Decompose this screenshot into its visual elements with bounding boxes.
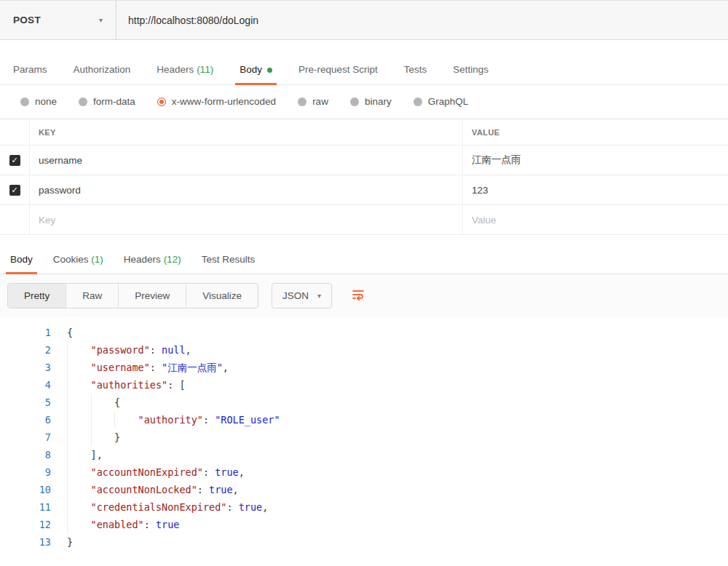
tab-authorization[interactable]: Authorization [60,55,144,84]
code-text: "accountNonLocked": true, [67,481,239,498]
line-number: 7 [0,429,51,446]
kv-header-value: VALUE [462,119,728,145]
row-checkbox[interactable]: ✓ [9,155,20,166]
res-tab-cookies[interactable]: Cookies (1) [43,245,114,274]
body-kv-table: KEY VALUE ✓ username 江南一点雨 ✓ password 12… [0,119,728,235]
indent-guide [91,394,115,411]
radio-icon [79,97,87,106]
tab-params[interactable]: Params [0,55,60,84]
res-tab-test-results[interactable]: Test Results [191,245,266,274]
indent-guide [91,411,115,429]
line-number: 12 [0,516,51,533]
body-type-radio-graphql[interactable]: GraphQL [414,96,469,107]
res-tab-body[interactable]: Body [0,245,43,274]
url-text: http://localhost:8080/doLogin [128,15,258,26]
line-number: 2 [0,341,51,359]
body-type-radio-form-data[interactable]: form-data [79,96,135,107]
indent-guide [67,341,91,359]
code-text: "authority": "ROLE_user" [67,411,280,429]
response-toolbar: Pretty Raw Preview Visualize JSON ▾ [0,274,728,317]
body-type-label: GraphQL [428,96,469,107]
kv-header-key: KEY [29,119,462,145]
table-row-password: ✓ password 123 [0,175,728,205]
radio-icon [414,97,422,106]
body-type-label: form-data [93,96,135,107]
row-checkbox[interactable]: ✓ [9,185,20,196]
res-tab-headers[interactable]: Headers (12) [114,245,191,274]
view-visualize-button[interactable]: Visualize [186,284,258,308]
code-line: 12"enabled": true [0,516,728,533]
table-row-username: ✓ username 江南一点雨 [0,146,728,175]
tab-pre-request-script[interactable]: Pre-request Script [285,55,391,84]
body-type-label: x-www-form-urlencoded [172,96,276,107]
body-type-radio-binary[interactable]: binary [350,96,392,107]
code-text: } [67,533,73,551]
code-line: 11"credentialsNonExpired": true, [0,498,728,516]
radio-icon [298,97,306,106]
format-select[interactable]: JSON ▾ [272,283,332,308]
url-input[interactable]: http://localhost:8080/doLogin [116,1,728,39]
body-type-radio-none[interactable]: none [20,96,57,107]
code-text: "authorities": [ [67,376,186,394]
tab-body[interactable]: Body [226,55,285,84]
code-line: 13} [0,533,728,551]
view-pretty-button[interactable]: Pretty [8,284,66,308]
value-placeholder-cell[interactable]: Value [462,205,728,234]
line-number: 9 [0,463,51,481]
body-type-radio-x-www-form-urlencoded[interactable]: x-www-form-urlencoded [157,96,276,107]
code-text: "password": null, [67,341,191,359]
line-number: 1 [0,324,51,341]
method-label: POST [13,15,41,25]
code-text: "accountNonExpired": true, [67,463,245,481]
indent-guide [67,429,91,446]
line-number: 4 [0,376,51,394]
line-number: 11 [0,498,51,516]
code-line: 1{ [0,324,728,341]
chevron-down-icon: ▾ [99,16,103,24]
body-type-radio-raw[interactable]: raw [298,96,328,107]
code-line: 8], [0,446,728,463]
key-cell[interactable]: username [29,146,462,175]
key-cell[interactable]: password [29,175,462,204]
tab-settings[interactable]: Settings [440,55,502,84]
code-line: 3"username": "江南一点雨", [0,359,728,376]
cookies-count-badge: (1) [91,254,103,265]
method-select[interactable]: POST ▾ [0,1,116,39]
code-text: ], [67,446,103,463]
code-text: "username": "江南一点雨", [67,359,229,376]
tab-tests[interactable]: Tests [391,55,440,84]
body-type-row: none form-data x-www-form-urlencoded raw… [0,85,728,119]
value-cell[interactable]: 123 [462,175,728,204]
response-tabs: Body Cookies (1) Headers (12) Test Resul… [0,245,728,274]
code-text: { [67,324,73,341]
code-text: "enabled": true [67,516,179,533]
line-number: 10 [0,481,51,498]
radio-icon [350,97,359,106]
view-preview-button[interactable]: Preview [119,284,186,308]
code-line: 9"accountNonExpired": true, [0,463,728,481]
response-headers-count-badge: (12) [164,254,181,265]
wrap-text-button[interactable] [351,287,365,304]
chevron-down-icon: ▾ [317,292,321,300]
indent-guide [114,411,138,429]
code-line: 5{ [0,394,728,411]
request-tabs: Params Authorization Headers (11) Body P… [0,55,728,85]
code-line: 10"accountNonLocked": true, [0,481,728,498]
view-toggle-group: Pretty Raw Preview Visualize [7,283,258,308]
indent-guide [67,463,91,481]
code-text: } [67,429,120,446]
line-number: 6 [0,411,51,429]
format-label: JSON [282,290,309,301]
value-cell[interactable]: 江南一点雨 [462,146,728,175]
line-number: 13 [0,533,51,551]
view-raw-button[interactable]: Raw [66,284,119,308]
indent-guide [67,498,91,516]
code-line: 4"authorities": [ [0,376,728,394]
key-placeholder-cell[interactable]: Key [29,205,462,234]
code-line: 7} [0,429,728,446]
table-placeholder-row: Key Value [0,205,728,235]
radio-selected-icon [157,97,166,106]
kv-header-row: KEY VALUE [0,119,728,146]
tab-headers[interactable]: Headers (11) [143,55,226,84]
code-text: "credentialsNonExpired": true, [67,498,268,516]
